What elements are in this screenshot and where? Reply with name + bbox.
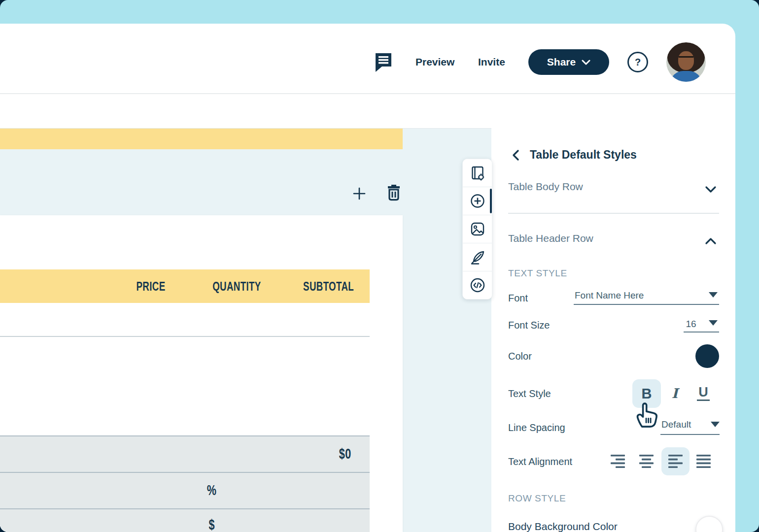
- line-spacing-underline: [660, 434, 720, 435]
- app-window: Preview Invite Share ?: [0, 0, 759, 532]
- help-button-label: ?: [635, 57, 641, 68]
- font-size-value[interactable]: 16: [683, 319, 699, 330]
- table-header-cell-subtotal[interactable]: SUBTOTAL: [279, 279, 378, 294]
- summary-value: $: [209, 516, 215, 532]
- delete-page-button[interactable]: [383, 182, 405, 203]
- share-button[interactable]: Share: [528, 49, 609, 75]
- summary-currency-cell[interactable]: $: [163, 516, 261, 532]
- comment-icon: [374, 52, 393, 72]
- image-icon: [470, 222, 485, 236]
- row-style-section-heading: ROW STYLE: [508, 493, 566, 504]
- invite-button[interactable]: Invite: [478, 56, 505, 68]
- header-divider: [0, 93, 735, 94]
- text-style-section-heading: TEXT STYLE: [508, 268, 567, 279]
- text-style-label: Text Style: [508, 388, 551, 399]
- add-element-icon: [470, 193, 485, 209]
- table-row[interactable]: [0, 370, 370, 404]
- chevron-down-icon[interactable]: [705, 186, 717, 194]
- table-summary-row[interactable]: $0: [0, 435, 370, 472]
- table-row[interactable]: [0, 303, 370, 337]
- table-row[interactable]: [0, 403, 370, 434]
- column-label: PRICE: [136, 279, 165, 294]
- table-header-cell-quantity[interactable]: QUANTITY: [187, 279, 286, 294]
- page-settings-icon: [470, 165, 485, 181]
- font-label: Font: [508, 293, 528, 304]
- align-center-button[interactable]: [639, 454, 654, 470]
- align-center-icon: [639, 454, 654, 468]
- table-header-cell-price[interactable]: PRICE: [102, 279, 200, 294]
- accordion-table-header-row[interactable]: Table Header Row: [508, 233, 593, 244]
- add-element-button[interactable]: [463, 187, 492, 215]
- table-summary-row[interactable]: %: [0, 472, 370, 508]
- panel-divider: [508, 213, 719, 214]
- avatar[interactable]: [666, 42, 706, 82]
- line-spacing-value[interactable]: Default: [661, 419, 691, 430]
- preview-button[interactable]: Preview: [415, 56, 454, 68]
- font-select-value[interactable]: Font Name Here: [575, 290, 644, 301]
- table-header-row[interactable]: PRICE QUANTITY SUBTOTAL: [0, 269, 370, 303]
- quill-icon: [469, 249, 486, 266]
- color-label: Color: [508, 351, 532, 362]
- column-label: QUANTITY: [212, 279, 261, 294]
- align-right-button[interactable]: [611, 454, 625, 470]
- align-justify-icon: [696, 454, 711, 468]
- font-size-label: Font Size: [508, 320, 550, 331]
- embed-code-icon: [469, 277, 486, 294]
- panel-title: Table Default Styles: [530, 148, 637, 162]
- line-spacing-label: Line Spacing: [508, 422, 565, 433]
- summary-value: $0: [339, 445, 351, 462]
- text-alignment-label: Text Alignment: [508, 456, 572, 467]
- draw-button[interactable]: [463, 243, 492, 271]
- line-spacing-caret[interactable]: [711, 422, 720, 427]
- panel-back-button[interactable]: [512, 149, 522, 162]
- align-left-icon: [668, 454, 683, 468]
- comments-button[interactable]: [374, 52, 393, 72]
- insert-image-button[interactable]: [463, 215, 492, 243]
- chevron-left-icon: [512, 149, 519, 161]
- previous-page-header-band[interactable]: [0, 129, 403, 149]
- avatar-glasses: [679, 56, 693, 62]
- add-page-button[interactable]: [348, 183, 370, 204]
- table-row[interactable]: [0, 337, 370, 371]
- align-justify-button[interactable]: [696, 454, 711, 470]
- chevron-up-icon[interactable]: [705, 237, 717, 245]
- share-button-label: Share: [547, 56, 576, 68]
- underline-glyph: U: [697, 385, 710, 401]
- summary-subtotal-cell[interactable]: $0: [296, 445, 394, 462]
- align-left-button[interactable]: [668, 454, 683, 470]
- chevron-down-icon: [582, 60, 590, 65]
- help-button[interactable]: ?: [627, 52, 648, 72]
- column-label: SUBTOTAL: [303, 279, 354, 294]
- accordion-table-body-row[interactable]: Table Body Row: [508, 181, 583, 193]
- font-size-underline: [684, 332, 719, 332]
- trash-icon: [387, 184, 401, 201]
- italic-button[interactable]: I: [663, 386, 686, 401]
- summary-value: %: [207, 482, 217, 499]
- text-color-swatch[interactable]: [695, 344, 719, 368]
- font-select-underline: [574, 304, 719, 305]
- hand-cursor: [632, 397, 662, 432]
- table-summary-row[interactable]: $: [0, 508, 370, 532]
- font-select-caret[interactable]: [709, 292, 718, 298]
- body-background-color-label: Body Background Color: [508, 521, 618, 532]
- align-right-icon: [611, 454, 625, 468]
- underline-button[interactable]: U: [692, 385, 715, 400]
- plus-icon: [353, 187, 366, 200]
- page-settings-button[interactable]: [463, 159, 492, 187]
- canvas-side-toolbar: [462, 159, 492, 299]
- summary-percent-cell[interactable]: %: [163, 482, 261, 499]
- font-size-caret[interactable]: [709, 320, 718, 326]
- embed-code-button[interactable]: [463, 271, 492, 299]
